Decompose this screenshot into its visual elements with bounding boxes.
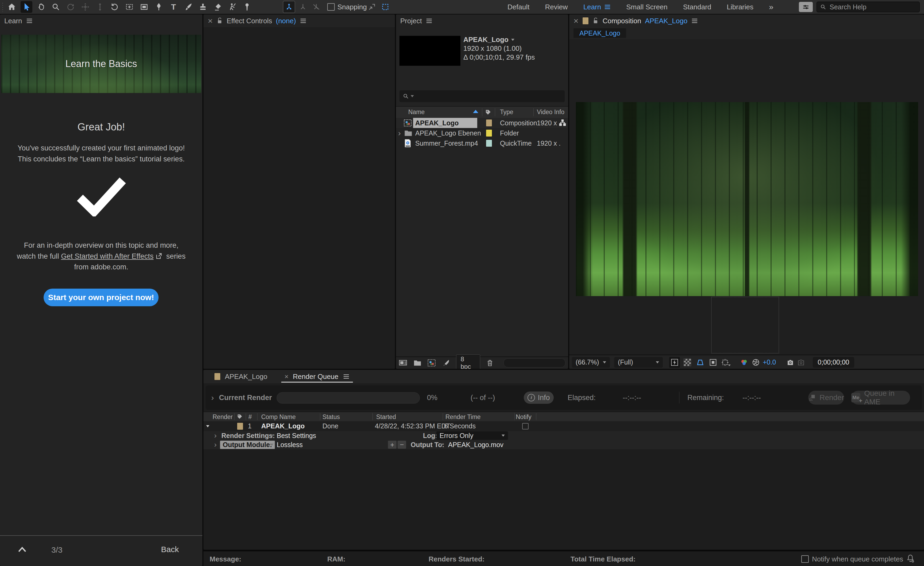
project-info-name[interactable]: APEAK_Logo xyxy=(464,35,508,44)
project-item-name[interactable]: APEAK_Logo Ebenen xyxy=(415,128,481,138)
eraser-tool-icon[interactable] xyxy=(212,1,224,13)
composition-name[interactable]: APEAK_Logo xyxy=(645,17,687,25)
label-color-swatch[interactable] xyxy=(582,17,589,25)
workspace-tab-review[interactable]: Review xyxy=(545,3,568,11)
help-search-box[interactable] xyxy=(816,1,920,12)
selection-tool-icon[interactable] xyxy=(21,1,32,13)
take-snapshot-icon[interactable] xyxy=(785,357,796,368)
expand-chevron-icon[interactable]: › xyxy=(214,431,217,440)
column-name[interactable]: Name xyxy=(408,108,424,116)
exposure-value[interactable]: +0.0 xyxy=(763,358,776,366)
flowchart-icon[interactable] xyxy=(558,118,567,128)
local-axis-mode-icon[interactable] xyxy=(283,1,295,13)
workspace-tab-learn[interactable]: Learn xyxy=(584,3,611,11)
effect-controls-selection[interactable]: (none) xyxy=(276,17,296,25)
help-search-input[interactable] xyxy=(829,3,916,11)
render-settings-value[interactable]: Best Settings xyxy=(277,431,316,440)
panel-menu-icon[interactable] xyxy=(426,18,433,24)
trash-icon[interactable] xyxy=(486,359,494,367)
rotation-tool-icon[interactable] xyxy=(109,1,121,13)
column-render[interactable]: Render xyxy=(213,413,232,421)
lock-icon[interactable] xyxy=(217,17,223,24)
render-button[interactable]: Render xyxy=(808,391,844,404)
zoom-tool-icon[interactable] xyxy=(50,1,62,13)
column-type[interactable]: Type xyxy=(500,108,513,116)
composition-viewer[interactable] xyxy=(569,39,924,355)
notify-queue-checkbox[interactable] xyxy=(801,555,809,564)
workspace-tab-libraries[interactable]: Libraries xyxy=(727,3,753,11)
column-number[interactable]: # xyxy=(248,413,252,421)
timecode-display[interactable]: 0;00;00;00 xyxy=(813,357,854,368)
exposure-shutter-icon[interactable] xyxy=(750,357,761,368)
panel-menu-icon[interactable] xyxy=(691,18,698,24)
project-row-footage[interactable]: Summer_Forest.mp4 QuickTime 1920 x . xyxy=(396,138,568,148)
roto-brush-tool-icon[interactable] xyxy=(226,1,238,13)
hand-tool-icon[interactable] xyxy=(35,1,47,13)
orbit-camera-tool-icon[interactable] xyxy=(65,1,76,13)
snapping-checkbox[interactable] xyxy=(327,3,335,11)
project-item-name[interactable]: Summer_Forest.mp4 xyxy=(415,138,478,148)
close-icon[interactable]: × xyxy=(285,373,288,380)
chevron-down-icon[interactable] xyxy=(511,39,514,41)
notification-bell-icon[interactable] xyxy=(906,554,915,563)
panel-menu-icon[interactable] xyxy=(343,374,350,379)
rectangle-tool-icon[interactable] xyxy=(138,1,150,13)
pen-tool-icon[interactable] xyxy=(153,1,165,13)
queue-in-ame-button[interactable]: Me + Queue in AME xyxy=(851,391,910,404)
render-queue-item-row[interactable]: 1 APEAK_Logo Done 4/28/22, 4:52:33 PM ED… xyxy=(204,421,924,431)
sort-ascending-icon[interactable] xyxy=(473,110,478,113)
lock-icon[interactable] xyxy=(592,17,599,24)
tab-apeak-logo[interactable]: APEAK_Logo xyxy=(214,373,267,381)
panel-menu-icon[interactable] xyxy=(26,18,33,24)
workspace-menu-icon[interactable] xyxy=(604,4,610,10)
magnification-dropdown[interactable]: (66.7%) xyxy=(572,357,610,368)
label-color-swatch[interactable] xyxy=(486,118,492,128)
transparency-grid-icon[interactable] xyxy=(682,357,693,368)
workspace-tab-default[interactable]: Default xyxy=(507,3,530,11)
column-render-time[interactable]: Render Time xyxy=(446,413,481,421)
interpret-footage-icon[interactable] xyxy=(399,359,408,367)
workspace-tab-small-screen[interactable]: Small Screen xyxy=(626,3,668,11)
expand-chevron-icon[interactable]: › xyxy=(211,385,214,410)
rocket-icon[interactable] xyxy=(442,359,450,367)
show-snapshot-icon[interactable] xyxy=(796,357,806,368)
new-composition-icon[interactable] xyxy=(427,359,436,367)
collapse-chevron-icon[interactable] xyxy=(17,546,27,553)
column-started[interactable]: Started xyxy=(376,413,396,421)
chevron-down-icon[interactable] xyxy=(270,431,273,440)
pan-camera-tool-icon[interactable] xyxy=(80,1,91,13)
fast-previews-icon[interactable] xyxy=(669,357,680,368)
composition-tab[interactable]: APEAK_Logo xyxy=(573,28,626,38)
chevron-down-icon[interactable] xyxy=(270,440,273,449)
new-folder-icon[interactable] xyxy=(413,359,422,367)
back-button[interactable]: Back xyxy=(161,545,179,554)
project-row-apeak-logo[interactable]: APEAK_Logo Composition 1920 x . xyxy=(396,118,568,128)
project-item-name[interactable]: APEAK_Logo xyxy=(413,118,477,128)
channel-rgb-icon[interactable] xyxy=(739,357,749,368)
color-depth-button[interactable]: 8 bpc xyxy=(456,354,480,369)
label-column-icon[interactable] xyxy=(485,108,492,116)
close-icon[interactable]: × xyxy=(573,16,579,25)
expand-chevron-icon[interactable]: › xyxy=(214,440,217,449)
grid-guides-icon[interactable] xyxy=(720,357,731,368)
region-of-interest-icon[interactable] xyxy=(708,357,718,368)
column-notify[interactable]: Notify xyxy=(516,413,531,421)
column-comp-name[interactable]: Comp Name xyxy=(261,413,296,421)
home-icon[interactable] xyxy=(6,1,18,13)
column-video-info[interactable]: Video Info xyxy=(537,108,564,116)
expand-chevron-icon[interactable]: › xyxy=(398,128,401,138)
output-to-value[interactable]: APEAK_Logo.mov xyxy=(448,440,504,449)
label-color-swatch[interactable] xyxy=(486,128,492,138)
notify-queue-label[interactable]: Notify when queue completes xyxy=(812,555,903,563)
workspace-tab-standard[interactable]: Standard xyxy=(683,3,711,11)
camera-tool-icon[interactable] xyxy=(123,1,135,13)
dolly-camera-tool-icon[interactable] xyxy=(94,1,106,13)
label-color-swatch[interactable] xyxy=(237,421,243,431)
view-axis-mode-icon[interactable] xyxy=(310,1,322,13)
notify-checkbox[interactable] xyxy=(522,421,529,431)
brush-tool-icon[interactable] xyxy=(182,1,194,13)
snap-bounding-box-icon[interactable] xyxy=(380,2,390,12)
close-icon[interactable]: × xyxy=(208,16,213,25)
render-item-comp-name[interactable]: APEAK_Logo xyxy=(261,421,305,431)
start-project-button[interactable]: Start your own project now! xyxy=(44,289,159,306)
